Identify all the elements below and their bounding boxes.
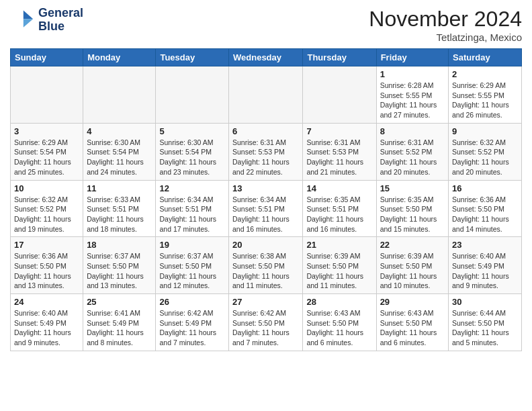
day-info: Sunrise: 6:40 AM Sunset: 5:49 PM Dayligh…: [14, 308, 79, 348]
day-number: 20: [232, 240, 299, 250]
day-info: Sunrise: 6:30 AM Sunset: 5:54 PM Dayligh…: [159, 138, 225, 177]
calendar-cell: 9Sunrise: 6:32 AM Sunset: 5:52 PM Daylig…: [449, 123, 522, 180]
day-number: 17: [14, 240, 79, 250]
day-number: 30: [452, 297, 518, 307]
calendar-cell: 29Sunrise: 6:43 AM Sunset: 5:50 PM Dayli…: [376, 294, 448, 351]
day-number: 12: [159, 183, 225, 193]
weekday-header-row: SundayMondayTuesdayWednesdayThursdayFrid…: [11, 49, 522, 66]
day-number: 10: [14, 183, 79, 193]
day-number: 26: [159, 297, 225, 307]
calendar: SundayMondayTuesdayWednesdayThursdayFrid…: [10, 48, 522, 351]
calendar-cell: [83, 66, 156, 124]
logo-icon: [10, 8, 34, 32]
logo-line2: Blue: [38, 20, 83, 34]
day-info: Sunrise: 6:31 AM Sunset: 5:52 PM Dayligh…: [380, 138, 445, 177]
day-info: Sunrise: 6:43 AM Sunset: 5:50 PM Dayligh…: [380, 308, 445, 348]
calendar-cell: 6Sunrise: 6:31 AM Sunset: 5:53 PM Daylig…: [229, 123, 303, 180]
calendar-cell: 12Sunrise: 6:34 AM Sunset: 5:51 PM Dayli…: [156, 180, 229, 237]
day-info: Sunrise: 6:37 AM Sunset: 5:50 PM Dayligh…: [159, 251, 225, 291]
week-row-4: 17Sunrise: 6:36 AM Sunset: 5:50 PM Dayli…: [11, 237, 522, 294]
day-number: 6: [232, 126, 299, 136]
day-number: 15: [380, 183, 445, 193]
weekday-header-tuesday: Tuesday: [156, 49, 229, 66]
day-info: Sunrise: 6:41 AM Sunset: 5:49 PM Dayligh…: [87, 308, 152, 348]
calendar-cell: 30Sunrise: 6:44 AM Sunset: 5:50 PM Dayli…: [449, 294, 522, 351]
calendar-cell: 17Sunrise: 6:36 AM Sunset: 5:50 PM Dayli…: [11, 237, 83, 294]
day-number: 1: [380, 69, 445, 79]
calendar-cell: 26Sunrise: 6:42 AM Sunset: 5:49 PM Dayli…: [156, 294, 229, 351]
week-row-5: 24Sunrise: 6:40 AM Sunset: 5:49 PM Dayli…: [11, 294, 522, 351]
day-number: 25: [87, 297, 152, 307]
weekday-header-thursday: Thursday: [303, 49, 376, 66]
day-number: 23: [452, 240, 518, 250]
week-row-2: 3Sunrise: 6:29 AM Sunset: 5:54 PM Daylig…: [11, 123, 522, 180]
weekday-header-monday: Monday: [83, 49, 156, 66]
week-row-3: 10Sunrise: 6:32 AM Sunset: 5:52 PM Dayli…: [11, 180, 522, 237]
calendar-cell: 28Sunrise: 6:43 AM Sunset: 5:50 PM Dayli…: [303, 294, 376, 351]
day-number: 16: [452, 183, 518, 193]
day-info: Sunrise: 6:43 AM Sunset: 5:50 PM Dayligh…: [306, 308, 372, 348]
calendar-cell: 11Sunrise: 6:33 AM Sunset: 5:51 PM Dayli…: [83, 180, 156, 237]
day-info: Sunrise: 6:29 AM Sunset: 5:54 PM Dayligh…: [14, 138, 79, 177]
day-number: 11: [87, 183, 152, 193]
calendar-cell: 23Sunrise: 6:40 AM Sunset: 5:49 PM Dayli…: [449, 237, 522, 294]
day-info: Sunrise: 6:38 AM Sunset: 5:50 PM Dayligh…: [232, 251, 299, 291]
day-number: 18: [87, 240, 152, 250]
day-number: 5: [159, 126, 225, 136]
calendar-cell: [303, 66, 376, 124]
day-number: 24: [14, 297, 79, 307]
day-info: Sunrise: 6:36 AM Sunset: 5:50 PM Dayligh…: [14, 251, 79, 291]
day-info: Sunrise: 6:33 AM Sunset: 5:51 PM Dayligh…: [87, 195, 152, 234]
day-number: 13: [232, 183, 299, 193]
calendar-cell: 2Sunrise: 6:29 AM Sunset: 5:55 PM Daylig…: [449, 66, 522, 124]
title-block: November 2024 Tetlatzinga, Mexico: [369, 7, 522, 43]
day-number: 8: [380, 126, 445, 136]
day-number: 27: [232, 297, 299, 307]
logo: General Blue: [10, 7, 83, 34]
day-info: Sunrise: 6:35 AM Sunset: 5:51 PM Dayligh…: [306, 195, 372, 234]
weekday-header-sunday: Sunday: [11, 49, 83, 66]
day-number: 19: [159, 240, 225, 250]
day-number: 3: [14, 126, 79, 136]
calendar-cell: 20Sunrise: 6:38 AM Sunset: 5:50 PM Dayli…: [229, 237, 303, 294]
calendar-cell: [229, 66, 303, 124]
calendar-cell: 1Sunrise: 6:28 AM Sunset: 5:55 PM Daylig…: [376, 66, 448, 124]
calendar-cell: [156, 66, 229, 124]
location: Tetlatzinga, Mexico: [369, 32, 522, 43]
calendar-cell: 8Sunrise: 6:31 AM Sunset: 5:52 PM Daylig…: [376, 123, 448, 180]
month-title: November 2024: [369, 7, 522, 32]
day-info: Sunrise: 6:31 AM Sunset: 5:53 PM Dayligh…: [306, 138, 372, 177]
calendar-cell: 27Sunrise: 6:42 AM Sunset: 5:50 PM Dayli…: [229, 294, 303, 351]
calendar-cell: 7Sunrise: 6:31 AM Sunset: 5:53 PM Daylig…: [303, 123, 376, 180]
day-info: Sunrise: 6:32 AM Sunset: 5:52 PM Dayligh…: [452, 138, 518, 177]
day-number: 22: [380, 240, 445, 250]
calendar-cell: 3Sunrise: 6:29 AM Sunset: 5:54 PM Daylig…: [11, 123, 83, 180]
day-info: Sunrise: 6:40 AM Sunset: 5:49 PM Dayligh…: [452, 251, 518, 291]
day-number: 4: [87, 126, 152, 136]
calendar-cell: 19Sunrise: 6:37 AM Sunset: 5:50 PM Dayli…: [156, 237, 229, 294]
day-info: Sunrise: 6:31 AM Sunset: 5:53 PM Dayligh…: [232, 138, 299, 177]
calendar-cell: 21Sunrise: 6:39 AM Sunset: 5:50 PM Dayli…: [303, 237, 376, 294]
header: General Blue November 2024 Tetlatzinga, …: [10, 7, 522, 43]
day-info: Sunrise: 6:44 AM Sunset: 5:50 PM Dayligh…: [452, 308, 518, 348]
page: General Blue November 2024 Tetlatzinga, …: [0, 0, 532, 361]
day-info: Sunrise: 6:34 AM Sunset: 5:51 PM Dayligh…: [159, 195, 225, 234]
day-info: Sunrise: 6:34 AM Sunset: 5:51 PM Dayligh…: [232, 195, 299, 234]
day-number: 21: [306, 240, 372, 250]
logo-text: General Blue: [38, 7, 83, 34]
logo-line1: General: [38, 7, 83, 20]
weekday-header-saturday: Saturday: [449, 49, 522, 66]
day-info: Sunrise: 6:32 AM Sunset: 5:52 PM Dayligh…: [14, 195, 79, 234]
calendar-cell: 22Sunrise: 6:39 AM Sunset: 5:50 PM Dayli…: [376, 237, 448, 294]
calendar-cell: 15Sunrise: 6:35 AM Sunset: 5:50 PM Dayli…: [376, 180, 448, 237]
svg-marker-0: [24, 10, 33, 19]
day-info: Sunrise: 6:35 AM Sunset: 5:50 PM Dayligh…: [380, 195, 445, 234]
week-row-1: 1Sunrise: 6:28 AM Sunset: 5:55 PM Daylig…: [11, 66, 522, 124]
day-info: Sunrise: 6:39 AM Sunset: 5:50 PM Dayligh…: [306, 251, 372, 291]
day-number: 14: [306, 183, 372, 193]
calendar-cell: 4Sunrise: 6:30 AM Sunset: 5:54 PM Daylig…: [83, 123, 156, 180]
day-info: Sunrise: 6:28 AM Sunset: 5:55 PM Dayligh…: [380, 81, 445, 120]
day-info: Sunrise: 6:36 AM Sunset: 5:50 PM Dayligh…: [452, 195, 518, 234]
day-info: Sunrise: 6:30 AM Sunset: 5:54 PM Dayligh…: [87, 138, 152, 177]
calendar-cell: 25Sunrise: 6:41 AM Sunset: 5:49 PM Dayli…: [83, 294, 156, 351]
